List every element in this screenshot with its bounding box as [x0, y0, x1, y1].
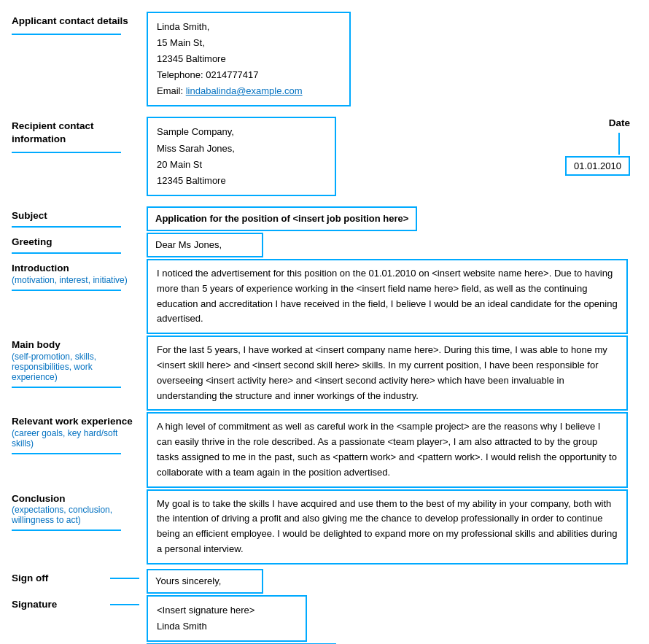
- date-value: 01.01.2010: [565, 156, 630, 176]
- applicant-label: Applicant contact details: [12, 15, 139, 28]
- recipient-box: Sample Company, Miss Sarah Jones, 20 Mai…: [147, 117, 336, 195]
- greeting-box: Dear Ms Jones,: [147, 233, 263, 257]
- applicant-email: Email: lindabalinda@example.com: [157, 83, 341, 99]
- applicant-box: Linda Smith, 15 Main St, 12345 Baltimore…: [147, 12, 351, 106]
- relevant-work-sub: (career goals, key hard/soft skills): [12, 428, 139, 449]
- recipient-company: Sample Company,: [157, 124, 326, 140]
- main-body-sub: (self-promotion, skills, responsibilitie…: [12, 352, 139, 382]
- signature-label: Signature: [12, 598, 106, 611]
- telephone-value: 0214777417: [206, 69, 258, 80]
- signoff-label: Sign off: [12, 572, 106, 585]
- relevant-work-label: Relevant work experience: [12, 415, 139, 428]
- introduction-label: Introduction: [12, 262, 139, 275]
- signoff-box: Yours sincerely,: [147, 569, 263, 594]
- conclusion-box: My goal is to take the skills I have acq…: [147, 489, 628, 565]
- applicant-address1: 15 Main St,: [157, 35, 341, 51]
- conclusion-label: Conclusion: [12, 492, 139, 505]
- recipient-label: Recipient contact information: [12, 120, 139, 145]
- telephone-label: Telephone:: [157, 69, 206, 80]
- applicant-telephone: Telephone: 0214777417: [157, 67, 341, 83]
- applicant-address2: 12345 Baltimore: [157, 51, 341, 67]
- date-label: Date: [609, 117, 630, 130]
- email-link[interactable]: lindabalinda@example.com: [186, 85, 303, 96]
- recipient-contact: Miss Sarah Jones,: [157, 141, 326, 157]
- relevant-work-box: A high level of commitment as well as ca…: [147, 412, 628, 487]
- greeting-label: Greeting: [12, 236, 139, 249]
- signature-box: <Insert signature here> Linda Smith: [147, 595, 307, 642]
- main-body-label: Main body: [12, 338, 139, 352]
- email-label: Email:: [157, 85, 186, 96]
- subject-label: Subject: [12, 209, 139, 222]
- recipient-address2: 12345 Baltimore: [157, 173, 326, 189]
- conclusion-sub: (expectations, conclusion, willingness t…: [12, 505, 139, 525]
- applicant-name: Linda Smith,: [157, 19, 341, 35]
- signature-line2: Linda Smith: [157, 618, 297, 635]
- introduction-box: I noticed the advertisement for this pos…: [147, 259, 628, 334]
- introduction-sub: (motivation, interest, initiative): [12, 275, 139, 285]
- signature-line1: <Insert signature here>: [157, 602, 297, 618]
- main-body-box: For the last 5 years, I have worked at <…: [147, 335, 628, 411]
- recipient-address1: 20 Main St: [157, 157, 326, 173]
- subject-box: Application for the position of <insert …: [147, 206, 417, 231]
